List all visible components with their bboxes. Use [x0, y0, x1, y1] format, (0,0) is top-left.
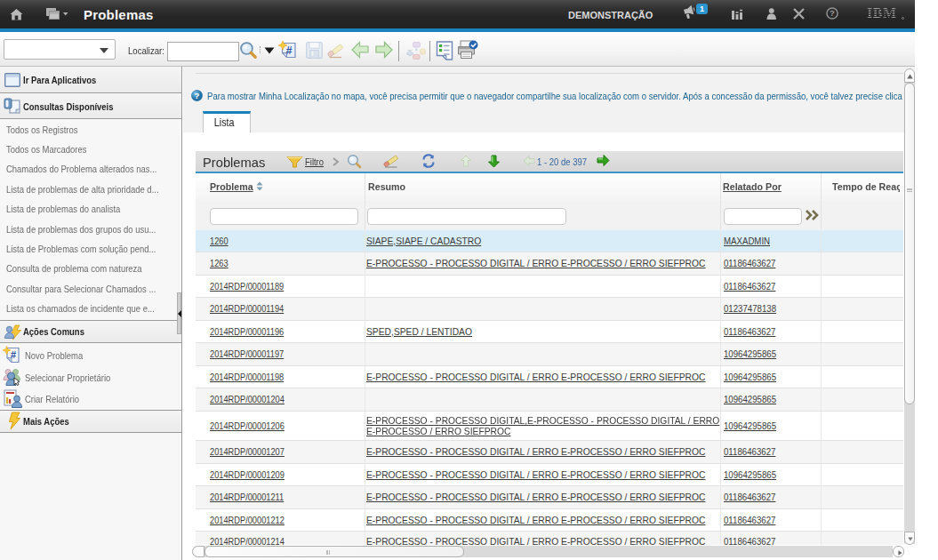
svg-text:#: #	[286, 44, 293, 57]
svg-text:?: ?	[195, 91, 200, 100]
svg-text:#: #	[11, 349, 16, 360]
svg-text:?: ?	[830, 8, 835, 18]
